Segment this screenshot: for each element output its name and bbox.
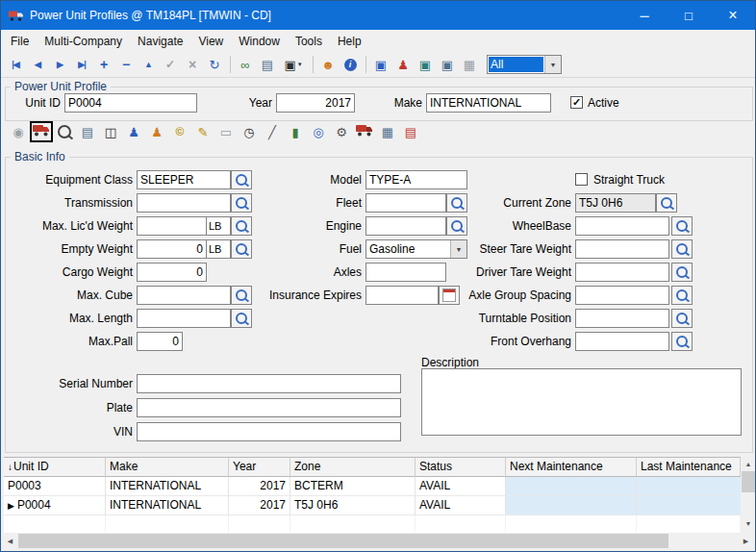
serial-number-input[interactable] [137, 374, 401, 393]
max-pall-input[interactable] [137, 332, 183, 351]
grid-horizontal-scrollbar[interactable]: ◀ ▶ [2, 533, 754, 549]
front-overhang-lookup-button[interactable] [671, 332, 693, 351]
cell-make[interactable]: INTERNATIONAL [106, 477, 229, 496]
cell-unit-id[interactable]: ▶P0004 [4, 496, 106, 515]
power-unit-button[interactable] [30, 121, 53, 142]
menu-navigate[interactable]: Navigate [130, 32, 190, 51]
wheelbase-lookup-button[interactable] [671, 216, 693, 236]
vin-input[interactable] [137, 422, 401, 441]
driver-button[interactable]: ♟ [122, 121, 145, 142]
front-overhang-input[interactable] [575, 332, 669, 351]
edit-record-button[interactable]: ▲ [138, 54, 159, 75]
delete-record-button[interactable]: − [115, 54, 137, 75]
grid-button[interactable]: ▦ [376, 121, 399, 142]
axles-input[interactable] [365, 263, 446, 282]
insurance-expires-input[interactable] [365, 286, 439, 305]
cd-button[interactable]: ◎ [307, 121, 330, 142]
cell-next-maintenance[interactable] [506, 477, 637, 496]
fleet-input[interactable] [365, 193, 446, 213]
records-button[interactable]: ▦ [459, 54, 480, 75]
team-button[interactable]: ♟ [145, 121, 168, 142]
column-header-status[interactable]: Status [416, 458, 506, 477]
cell-status[interactable]: AVAIL [416, 477, 506, 496]
menu-help[interactable]: Help [330, 32, 369, 51]
horizontal-scroll-thumb[interactable] [18, 534, 668, 548]
menu-multi-company[interactable]: Multi-Company [37, 32, 130, 51]
stopwatch-button[interactable]: ◷ [238, 121, 261, 142]
current-zone-input[interactable] [575, 193, 656, 213]
pencil-button[interactable]: ✎ [191, 121, 214, 142]
max-licd-weight-input[interactable] [137, 216, 207, 236]
find-button[interactable]: ∞ [235, 54, 256, 75]
filter-combobox[interactable]: All ▼ [487, 55, 562, 74]
max-cube-input[interactable] [137, 286, 231, 305]
menu-view[interactable]: View [190, 32, 231, 51]
finance-button[interactable]: © [168, 121, 191, 142]
screens-dropdown-button[interactable]: ▣▼ [279, 54, 308, 75]
column-header-zone[interactable]: Zone [290, 458, 416, 477]
column-header-year[interactable]: Year [229, 458, 290, 477]
cell-year[interactable]: 2017 [229, 496, 290, 515]
equipment-class-input[interactable] [137, 170, 231, 189]
current-zone-lookup-button[interactable] [656, 193, 677, 213]
scroll-right-button[interactable]: ▶ [738, 533, 754, 549]
steer-tare-weight-lookup-button[interactable] [671, 239, 693, 259]
description-textarea[interactable] [421, 368, 742, 436]
engine-input[interactable] [365, 216, 446, 236]
wheelbase-input[interactable] [575, 216, 669, 236]
window-search-button[interactable]: ▣ [437, 54, 458, 75]
column-header-unit-id[interactable]: ↓Unit ID [4, 458, 106, 477]
camera-button[interactable]: ◉ [7, 121, 30, 142]
menu-tools[interactable]: Tools [288, 32, 330, 51]
table-row[interactable]: P0003 INTERNATIONAL 2017 BCTERM AVAIL [4, 477, 741, 496]
column-header-next-maintenance[interactable]: Next Maintenance [506, 458, 637, 477]
flask-button[interactable]: ◫ [99, 121, 122, 142]
empty-weight-input[interactable] [137, 239, 207, 259]
info-button[interactable]: i [340, 54, 361, 75]
search-button[interactable] [53, 121, 76, 142]
feedback-button[interactable]: ☻ [317, 54, 339, 75]
cell-next-maintenance[interactable] [506, 496, 637, 515]
cell-last-maintenance[interactable] [637, 477, 741, 496]
pen-button[interactable]: ╱ [261, 121, 284, 142]
turntable-position-lookup-button[interactable] [671, 309, 693, 328]
vertical-scroll-track[interactable] [741, 471, 756, 516]
cancel-edit-button[interactable]: × [182, 54, 203, 75]
max-length-input[interactable] [137, 309, 231, 328]
axle-group-spacing-lookup-button[interactable] [671, 286, 693, 305]
model-input[interactable] [365, 170, 467, 189]
column-header-make[interactable]: Make [106, 458, 229, 477]
unit-id-input[interactable] [64, 93, 197, 113]
grid-vertical-scrollbar[interactable]: ▲ ▼ [741, 457, 756, 531]
document-button[interactable]: ▤ [76, 121, 99, 142]
steer-tare-weight-input[interactable] [575, 239, 669, 259]
column-header-last-maintenance[interactable]: Last Maintenance [637, 458, 741, 477]
cell-make[interactable]: INTERNATIONAL [106, 496, 229, 515]
close-button[interactable]: × [711, 1, 755, 30]
horizontal-scroll-track[interactable] [18, 533, 738, 549]
minimize-button[interactable]: ─ [622, 1, 667, 30]
post-edit-button[interactable]: ✓ [160, 54, 181, 75]
user-button[interactable]: ♟ [392, 54, 414, 75]
cell-last-maintenance[interactable] [637, 496, 741, 515]
first-record-button[interactable]: |◀ [5, 54, 26, 75]
driver-tare-weight-lookup-button[interactable] [671, 263, 693, 282]
cell-zone[interactable]: BCTERM [290, 477, 416, 496]
straight-truck-checkbox[interactable] [575, 173, 588, 186]
cell-zone[interactable]: T5J 0H6 [290, 496, 416, 515]
turntable-position-input[interactable] [575, 309, 669, 328]
cargo-weight-input[interactable] [137, 263, 207, 282]
print-button[interactable]: ▤ [257, 54, 278, 75]
make-input[interactable] [426, 93, 551, 113]
gear-button[interactable]: ⚙ [330, 121, 353, 142]
scroll-left-button[interactable]: ◀ [2, 533, 18, 549]
truck-button[interactable] [353, 121, 376, 142]
insert-record-button[interactable]: + [93, 54, 114, 75]
window-user-button[interactable]: ▣ [415, 54, 436, 75]
axle-group-spacing-input[interactable] [575, 286, 669, 305]
driver-tare-weight-input[interactable] [575, 263, 669, 282]
scroll-up-button[interactable]: ▲ [741, 457, 756, 471]
last-record-button[interactable]: ▶| [71, 54, 92, 75]
active-checkbox[interactable]: ✓ [570, 96, 583, 109]
cell-year[interactable]: 2017 [229, 477, 290, 496]
